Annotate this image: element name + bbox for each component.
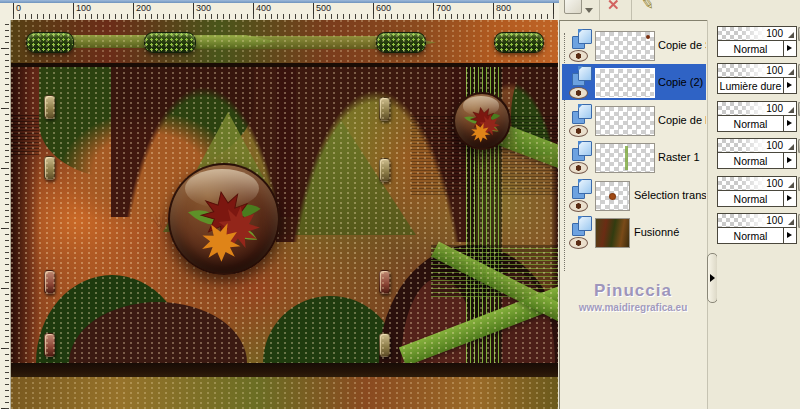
opacity-slider[interactable]: 100	[717, 176, 797, 191]
layer-page-icon	[572, 104, 592, 123]
visibility-eye-icon[interactable]	[569, 50, 588, 62]
layer-thumbnail[interactable]	[595, 31, 655, 61]
blend-mode-dropdown[interactable]: Normal	[717, 40, 797, 57]
artwork-left-frame-stripes	[11, 115, 39, 155]
autumn-leaves-icon	[180, 175, 269, 264]
app-window: 0100200300400500600700800	[0, 0, 800, 409]
ruler-minor-ticks	[5, 24, 9, 409]
opacity-slider[interactable]: 100	[717, 213, 797, 228]
ruler-label: 600	[373, 3, 391, 13]
layer-page-icon	[572, 29, 592, 48]
layer-row[interactable]: Copie de Raster 1	[562, 102, 706, 138]
layer-settings-group: 100 Normal	[717, 176, 800, 208]
opacity-corner-icon	[788, 32, 794, 38]
canvas-artwork[interactable]	[11, 20, 558, 409]
watermark-title: Pinuccia	[559, 281, 707, 301]
layer-settings-group: 100 Normal	[717, 101, 800, 133]
layer-row[interactable]: Sélection transform	[562, 177, 706, 213]
toolbar-separator	[631, 0, 632, 20]
visibility-eye-icon[interactable]	[569, 125, 588, 137]
edit-selection-icon[interactable]: ✎	[639, 0, 656, 14]
delete-layer-icon[interactable]: ✕	[607, 0, 620, 14]
chevron-down-icon[interactable]	[585, 8, 593, 13]
layer-row[interactable]: Raster 1	[562, 139, 706, 175]
artwork-dark-band	[11, 363, 558, 377]
blend-mode-value: Normal	[718, 191, 783, 206]
artwork-capsule	[494, 32, 544, 53]
visibility-eye-icon[interactable]	[569, 237, 588, 249]
collapse-arrow-icon	[710, 274, 715, 282]
layer-name: Copie de Raster 1	[658, 102, 706, 138]
opacity-slider[interactable]: 100	[717, 63, 797, 78]
blend-mode-value: Normal	[718, 41, 783, 56]
blend-mode-dropdown[interactable]: Normal	[717, 152, 797, 169]
layers-panel: Copie de Sélection Copie (2) sur Raste C…	[559, 20, 708, 409]
dropdown-arrow-button[interactable]	[783, 78, 796, 93]
ruler-label: 0	[13, 3, 21, 13]
blend-mode-dropdown[interactable]: Lumière dure	[717, 77, 797, 94]
artwork-capsule	[144, 32, 196, 53]
layer-thumbnail[interactable]	[595, 218, 630, 248]
opacity-corner-icon	[788, 107, 794, 113]
visibility-eye-icon[interactable]	[569, 200, 588, 212]
dropdown-arrow-button[interactable]	[783, 191, 796, 206]
blend-mode-value: Lumière dure	[718, 78, 783, 93]
layer-thumbnail[interactable]	[595, 106, 655, 136]
artwork-bevel-pill	[379, 97, 390, 121]
opacity-value: 100	[766, 139, 783, 152]
dropdown-arrow-button[interactable]	[783, 228, 796, 243]
artwork-bevel-pill	[44, 333, 55, 357]
opacity-value: 100	[766, 102, 783, 115]
layer-row[interactable]: Copie (2) sur Raste	[562, 64, 706, 100]
opacity-corner-icon	[788, 144, 794, 150]
dropdown-arrow-button[interactable]	[783, 116, 796, 131]
blend-mode-value: Normal	[718, 228, 783, 243]
layer-settings-group: 100 Normal	[717, 213, 800, 245]
artwork-left-frame	[11, 67, 41, 363]
opacity-checker	[718, 64, 766, 77]
dropdown-arrow-button[interactable]	[783, 153, 796, 168]
blend-mode-value: Normal	[718, 153, 783, 168]
dropdown-arrow-button[interactable]	[783, 41, 796, 56]
opacity-slider[interactable]: 100	[717, 101, 797, 116]
ruler-label: 500	[313, 3, 331, 13]
ruler-label: 200	[133, 3, 151, 13]
artwork-bevel-pill	[44, 156, 55, 180]
layer-name: Raster 1	[658, 139, 706, 175]
watermark-url: www.maidiregrafica.eu	[552, 302, 714, 313]
layer-thumbnail[interactable]	[595, 143, 655, 173]
opacity-value: 100	[766, 64, 783, 77]
leaf-ball-large	[168, 163, 280, 275]
opacity-blend-panel: 100 Normal 100 Lumière dure	[717, 20, 800, 409]
visibility-eye-icon[interactable]	[569, 162, 588, 174]
opacity-corner-icon	[788, 182, 794, 188]
opacity-value: 100	[766, 177, 783, 190]
horizontal-ruler: 0100200300400500600700800	[0, 3, 559, 20]
blend-mode-dropdown[interactable]: Normal	[717, 227, 797, 244]
layers-toolbar: ✕ ✎	[559, 0, 800, 20]
layer-page-icon	[572, 216, 592, 235]
artwork-capsule	[26, 32, 74, 53]
artwork-bevel-pill	[379, 158, 390, 182]
opacity-checker	[718, 214, 766, 227]
layer-row[interactable]: Copie de Sélection	[562, 27, 706, 63]
opacity-slider[interactable]: 100	[717, 26, 797, 41]
leaf-ball-small	[453, 92, 511, 150]
artwork-capsule	[376, 32, 426, 53]
opacity-checker	[718, 27, 766, 40]
opacity-slider[interactable]: 100	[717, 138, 797, 153]
layer-page-icon	[572, 66, 592, 85]
layer-thumbnail[interactable]	[595, 68, 655, 98]
layer-name: Sélection transform	[634, 177, 706, 213]
ruler-label: 700	[433, 3, 451, 13]
layer-name: Fusionné	[634, 214, 706, 250]
visibility-eye-icon[interactable]	[569, 87, 588, 99]
blend-mode-dropdown[interactable]: Normal	[717, 190, 797, 207]
layer-page-icon	[572, 179, 592, 198]
blend-mode-dropdown[interactable]: Normal	[717, 115, 797, 132]
new-layer-icon[interactable]	[564, 0, 582, 14]
layer-thumbnail[interactable]	[595, 181, 630, 211]
layer-row[interactable]: Fusionné	[562, 214, 706, 250]
ruler-label: 100	[73, 3, 91, 13]
layer-name: Copie de Sélection	[658, 27, 706, 63]
